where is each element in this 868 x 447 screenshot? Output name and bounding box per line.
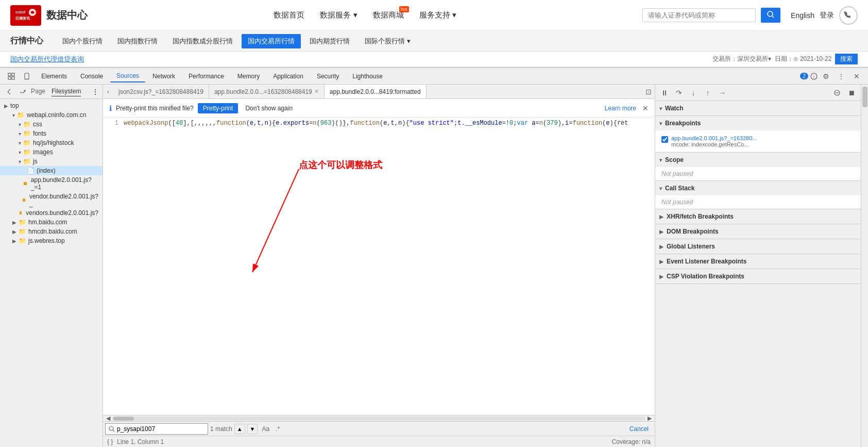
scroll-right-arrow[interactable]: ▶: [645, 415, 654, 421]
watch-header[interactable]: ▾ Watch: [655, 101, 861, 115]
nav-item-0[interactable]: 数据首页: [274, 10, 304, 20]
dom-breakpoints-header[interactable]: ▶ DOM Breakpoints: [655, 224, 861, 239]
tab-scroll-left[interactable]: ‹: [103, 88, 113, 95]
event-listener-header[interactable]: ▶ Event Listener Breakpoints: [655, 254, 861, 269]
partial-search-btn[interactable]: 搜索: [835, 54, 858, 64]
tree-vendor-bundle[interactable]: vendor.bundle2.0.001.js?_: [0, 192, 103, 208]
language-button[interactable]: English: [791, 11, 814, 20]
breakpoints-header[interactable]: ▾ Breakpoints: [655, 116, 861, 130]
tree-vendors-bundle[interactable]: vendors.bundle2.0.001.js?: [0, 208, 103, 218]
sync-icon[interactable]: [18, 85, 28, 99]
right-scrollbar-thumb[interactable]: [862, 87, 867, 107]
tree-js[interactable]: ▾ 📁 js: [0, 157, 103, 166]
search-input-container: [105, 423, 208, 435]
pause-on-exceptions-icon[interactable]: ⏹: [845, 87, 858, 99]
phone-icon[interactable]: [839, 6, 858, 25]
csp-header[interactable]: ▶ CSP Violation Breakpoints: [655, 269, 861, 284]
tree-top[interactable]: ▶ top: [0, 101, 103, 110]
page-tab[interactable]: Page: [31, 87, 45, 96]
settings-icon[interactable]: ⚙: [819, 69, 833, 84]
tree-index[interactable]: 📄 (index): [0, 166, 103, 175]
tab-console[interactable]: Console: [74, 71, 109, 82]
tab-lighthouse[interactable]: Lighthouse: [346, 71, 389, 82]
nav-item-2[interactable]: hot 数据商城: [373, 10, 404, 20]
login-button[interactable]: 登录: [820, 11, 834, 20]
sub-nav-item-1[interactable]: 国内指数行情: [111, 34, 164, 48]
code-search-input[interactable]: [117, 425, 179, 433]
chevron-icon: ▾: [19, 150, 21, 155]
search-input[interactable]: [642, 8, 756, 22]
scrollbar-thumb[interactable]: [113, 417, 134, 421]
tree-images[interactable]: ▾ 📁 images: [0, 147, 103, 157]
tree-js-webres[interactable]: ▶ 📁 js.webres.top: [0, 236, 103, 245]
close-tab-icon[interactable]: ✕: [314, 88, 319, 95]
global-listeners-header[interactable]: ▶ Global Listeners: [655, 239, 861, 254]
step-button[interactable]: →: [716, 87, 728, 99]
format-icon[interactable]: ⊡: [642, 88, 655, 96]
global-listeners-section: ▶ Global Listeners: [655, 239, 861, 254]
code-editor[interactable]: 1 webpackJsonp([40],[,,,,,,function(e,t,…: [103, 118, 655, 415]
tree-fonts[interactable]: ▾ 📁 fonts: [0, 129, 103, 138]
code-tab-1[interactable]: app.bundle2.0.0...=1632808488419 ✕: [209, 85, 325, 99]
sub-nav: 行情中心 国内个股行情 国内指数行情 国内指数成分股行情 国内交易所行情 国内期…: [0, 31, 868, 52]
pause-button[interactable]: ⏸: [658, 87, 671, 99]
inspect-icon[interactable]: [4, 69, 19, 84]
scroll-left-arrow[interactable]: ◀: [104, 415, 112, 421]
svg-text:cninf: cninf: [15, 10, 25, 14]
file-dot-icon: [20, 211, 22, 214]
global-chevron-icon: ▶: [659, 244, 663, 250]
search-down-button[interactable]: ▼: [247, 424, 258, 434]
scrollbar-track[interactable]: [112, 417, 645, 421]
step-out-button[interactable]: ↑: [702, 87, 714, 99]
tree-hmcdn-baidu[interactable]: ▶ 📁 hmcdn.baidu.com: [0, 227, 103, 236]
partial-link[interactable]: 国内交易所代理借贷表询: [10, 55, 84, 64]
learn-more-link[interactable]: Learn more: [605, 105, 636, 112]
dont-show-button[interactable]: Don't show again: [242, 103, 296, 113]
nav-item-3[interactable]: 服务支持 ▾: [419, 10, 456, 20]
search-up-button[interactable]: ▲: [234, 424, 245, 434]
dom-breakpoints-label: DOM Breakpoints: [667, 228, 719, 235]
tab-network[interactable]: Network: [146, 71, 181, 82]
filesystem-tab[interactable]: Filesystem: [52, 87, 81, 96]
more-icon[interactable]: ⋮: [834, 69, 848, 84]
tab-application[interactable]: Application: [267, 71, 310, 82]
sub-nav-item-5[interactable]: 国际个股行情 ▾: [359, 34, 417, 48]
sub-nav-item-4[interactable]: 国内期货行情: [303, 34, 356, 48]
sub-nav-item-3[interactable]: 国内交易所行情: [242, 34, 301, 48]
sub-nav-item-0[interactable]: 国内个股行情: [56, 34, 109, 48]
tab-performance[interactable]: Performance: [182, 71, 230, 82]
pretty-print-button[interactable]: Pretty-print: [198, 103, 239, 113]
breakpoint-checkbox[interactable]: [661, 136, 668, 143]
tab-sources[interactable]: Sources: [110, 70, 145, 82]
regex-button[interactable]: .*: [274, 424, 282, 434]
watch-label: Watch: [665, 105, 684, 112]
tree-webapi[interactable]: ▾ 📁 webapi.cninfo.com.cn: [0, 110, 103, 120]
tab-elements[interactable]: Elements: [35, 71, 73, 82]
close-devtools-icon[interactable]: ✕: [849, 69, 864, 84]
tree-hm-baidu[interactable]: ▶ 📁 hm.baidu.com: [0, 218, 103, 227]
sub-nav-item-2[interactable]: 国内指数成分股行情: [166, 34, 239, 48]
back-forward-icon[interactable]: [4, 85, 14, 99]
scope-header[interactable]: ▾ Scope: [655, 153, 861, 167]
format-braces-icon[interactable]: { }: [107, 438, 113, 445]
banner-close-icon[interactable]: ✕: [642, 104, 649, 112]
tree-app-bundle[interactable]: app.bundle2.0.001.js?_=1: [0, 175, 103, 192]
tree-highstock[interactable]: ▾ 📁 hq/js/highstock: [0, 138, 103, 147]
code-tab-0[interactable]: json2csv.js?_=1632808488419: [113, 85, 209, 99]
more-tree-icon[interactable]: ⋮: [92, 88, 98, 95]
tree-css[interactable]: ▾ 📁 css: [0, 120, 103, 129]
case-sensitive-button[interactable]: Aa: [260, 424, 271, 434]
deactivate-breakpoints-icon[interactable]: [831, 87, 843, 99]
mobile-icon[interactable]: [20, 69, 34, 84]
call-stack-header[interactable]: ▾ Call Stack: [655, 181, 861, 195]
tab-memory[interactable]: Memory: [231, 71, 266, 82]
cancel-search-button[interactable]: Cancel: [625, 424, 653, 434]
step-into-button[interactable]: ↓: [687, 87, 700, 99]
nav-item-1[interactable]: 数据服务 ▾: [320, 10, 357, 20]
horizontal-scrollbar[interactable]: ◀ ▶: [103, 415, 655, 421]
tab-security[interactable]: Security: [311, 71, 345, 82]
step-over-button[interactable]: ↷: [673, 87, 685, 99]
search-button[interactable]: [761, 8, 780, 23]
code-tab-2[interactable]: app.bundle2.0.0...8419:formatted: [325, 85, 427, 99]
xhr-breakpoints-header[interactable]: ▶ XHR/fetch Breakpoints: [655, 209, 861, 224]
